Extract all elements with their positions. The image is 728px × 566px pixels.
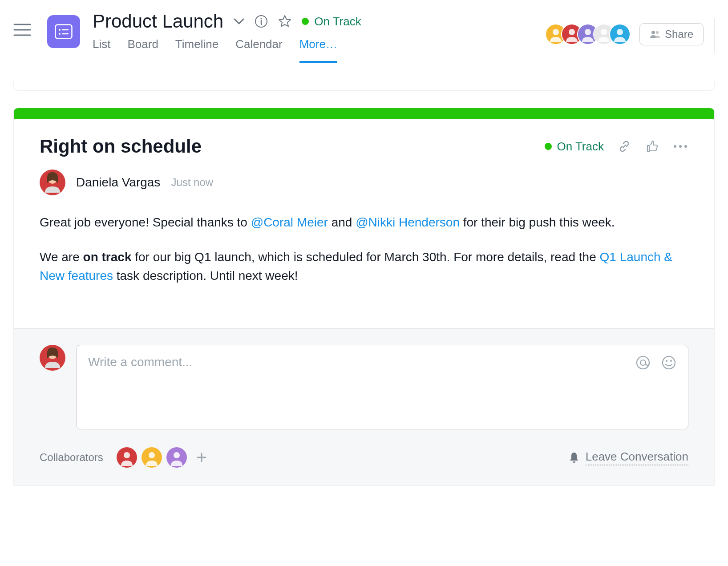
comment-input[interactable]: Write a comment... (76, 345, 688, 429)
emoji-icon[interactable] (661, 355, 676, 370)
svg-point-6 (59, 33, 61, 35)
like-icon[interactable] (645, 139, 659, 154)
status-dot-icon (545, 143, 552, 150)
svg-point-32 (663, 356, 675, 369)
status-dot-icon (302, 18, 309, 25)
timestamp: Just now (171, 176, 213, 189)
previous-card-edge (13, 81, 715, 91)
svg-point-24 (679, 145, 682, 148)
people-icon (650, 30, 660, 39)
svg-point-16 (585, 29, 591, 35)
star-icon[interactable] (278, 14, 292, 28)
tab-list[interactable]: List (93, 37, 110, 63)
update-status[interactable]: On Track (545, 140, 604, 154)
share-label: Share (665, 28, 693, 40)
svg-point-18 (601, 29, 607, 35)
svg-point-31 (640, 360, 646, 365)
status-text: On Track (557, 140, 604, 154)
status-update-card: Right on schedule On Track (13, 108, 715, 328)
collaborator-avatar[interactable] (166, 447, 187, 468)
svg-point-21 (651, 31, 655, 34)
svg-point-22 (656, 31, 659, 34)
project-icon (47, 15, 80, 48)
collaborator-avatars (117, 447, 212, 468)
svg-point-14 (569, 29, 575, 35)
share-button[interactable]: Share (639, 23, 704, 45)
author-name[interactable]: Daniela Vargas (76, 175, 160, 190)
collaborators-label: Collaborators (40, 451, 103, 464)
status-color-bar (14, 108, 714, 119)
leave-conversation-button[interactable]: Leave Conversation (568, 450, 688, 465)
copy-link-icon[interactable] (617, 139, 631, 154)
project-title: Product Launch (93, 11, 223, 32)
svg-point-36 (124, 452, 130, 458)
svg-point-34 (670, 360, 672, 362)
tab-board[interactable]: Board (127, 37, 158, 63)
collaborator-avatar[interactable] (117, 447, 137, 468)
update-title: Right on schedule (40, 136, 202, 157)
add-collaborator-button[interactable] (191, 447, 212, 468)
header-divider (714, 18, 715, 53)
mention-nikki[interactable]: @Nikki Henderson (356, 215, 460, 229)
svg-point-4 (59, 29, 61, 31)
svg-point-20 (617, 29, 623, 35)
status-text: On Track (314, 15, 361, 28)
comment-section: Write a comment... Collaborators Leave C (13, 328, 715, 486)
bell-icon (568, 451, 580, 464)
info-icon[interactable] (255, 15, 268, 28)
svg-point-30 (637, 356, 649, 369)
member-avatar[interactable] (609, 24, 631, 45)
tab-calendar[interactable]: Calendar (235, 37, 283, 63)
svg-rect-3 (56, 25, 72, 39)
member-avatars[interactable] (545, 24, 631, 45)
view-tabs: ListBoardTimelineCalendarMore… (93, 37, 545, 63)
more-actions-icon[interactable] (672, 144, 688, 149)
collaborator-avatar[interactable] (142, 447, 162, 468)
project-status[interactable]: On Track (302, 15, 361, 28)
svg-point-38 (149, 452, 155, 458)
svg-point-25 (684, 145, 687, 148)
svg-point-12 (553, 29, 559, 35)
svg-point-9 (261, 18, 262, 19)
tab-timeline[interactable]: Timeline (175, 37, 218, 63)
leave-conversation-label: Leave Conversation (586, 450, 688, 465)
update-body: Great job everyone! Special thanks to @C… (40, 213, 688, 285)
svg-point-40 (174, 452, 180, 458)
svg-point-33 (666, 360, 667, 362)
tab-more[interactable]: More… (299, 37, 337, 63)
author-avatar[interactable] (40, 170, 65, 195)
hamburger-menu[interactable] (13, 23, 31, 36)
current-user-avatar (40, 345, 65, 371)
svg-point-23 (674, 145, 676, 148)
mention-coral[interactable]: @Coral Meier (251, 215, 328, 229)
mention-icon[interactable] (635, 355, 651, 370)
comment-placeholder: Write a comment... (88, 355, 676, 369)
chevron-down-icon[interactable] (233, 18, 245, 25)
